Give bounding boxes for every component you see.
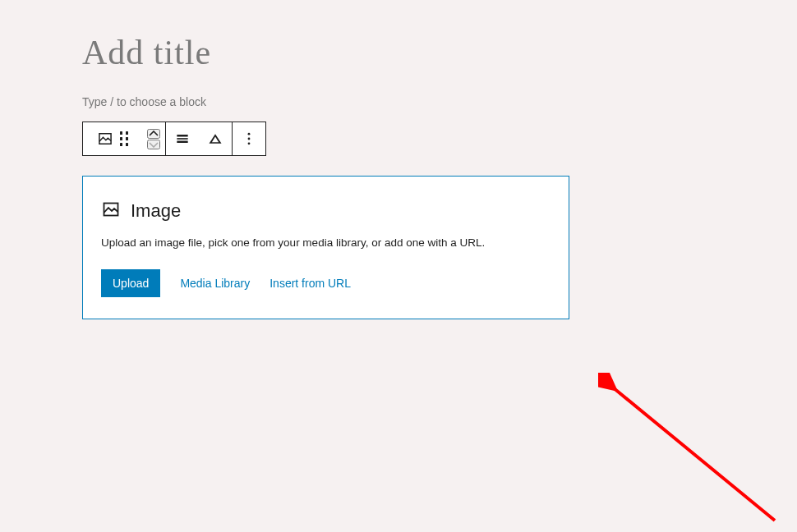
more-vertical-icon	[241, 131, 257, 147]
post-title-input[interactable]	[82, 33, 592, 72]
block-type-hint[interactable]: Type / to choose a block	[82, 95, 592, 108]
insert-from-url-button[interactable]: Insert from URL	[270, 277, 351, 290]
svg-point-6	[248, 133, 251, 135]
image-icon	[97, 131, 113, 147]
block-toolbar	[82, 122, 266, 156]
image-actions-row: Upload Media Library Insert from URL	[101, 269, 551, 297]
replace-image-button[interactable]	[199, 122, 232, 155]
block-mover	[142, 122, 165, 155]
image-icon	[101, 200, 121, 222]
image-block-placeholder[interactable]: Image Upload an image file, pick one fro…	[82, 176, 569, 319]
svg-point-7	[248, 138, 251, 140]
replace-icon	[207, 131, 223, 147]
drag-handle-icon	[120, 131, 129, 146]
more-options-button[interactable]	[233, 122, 265, 155]
move-up-button[interactable]	[147, 129, 160, 139]
align-button[interactable]	[166, 122, 199, 155]
chevron-up-icon	[149, 131, 159, 137]
editor-canvas: Type / to choose a block	[0, 0, 592, 319]
media-library-button[interactable]: Media Library	[180, 277, 250, 290]
svg-rect-1	[177, 135, 187, 137]
move-down-button[interactable]	[147, 140, 160, 149]
chevron-down-icon	[149, 141, 159, 148]
annotation-arrow	[598, 373, 787, 532]
image-block-description: Upload an image file, pick one from your…	[101, 236, 551, 251]
svg-line-11	[613, 388, 775, 521]
svg-rect-2	[177, 138, 187, 140]
svg-point-8	[248, 142, 251, 144]
upload-button[interactable]: Upload	[101, 269, 160, 297]
block-type-button[interactable]	[83, 122, 142, 155]
image-block-heading: Image	[131, 200, 181, 222]
align-icon	[174, 131, 191, 147]
svg-rect-3	[177, 141, 187, 144]
